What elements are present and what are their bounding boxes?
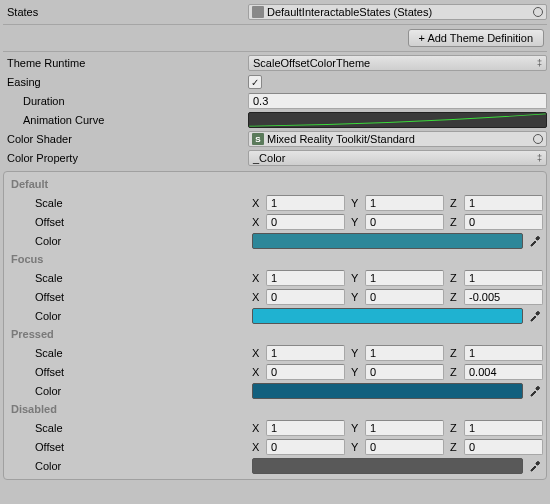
duration-input[interactable]: 0.3 <box>248 93 547 109</box>
color-swatch-focus[interactable] <box>252 308 523 324</box>
offset-x-input-disabled[interactable]: 0 <box>266 439 345 455</box>
color-shader-field[interactable]: S Mixed Reality Toolkit/Standard <box>248 131 547 147</box>
scale-z-input-default[interactable]: 1 <box>464 195 543 211</box>
axis-label-y: Y <box>351 216 365 228</box>
scale-x-input-pressed[interactable]: 1 <box>266 345 345 361</box>
state-header-default: Default <box>7 176 543 194</box>
scale-label: Scale <box>7 347 252 359</box>
color-swatch-default[interactable] <box>252 233 523 249</box>
scale-z-input-focus[interactable]: 1 <box>464 270 543 286</box>
axis-label-y: Y <box>351 441 365 453</box>
offset-z-input-disabled[interactable]: 0 <box>464 439 543 455</box>
object-picker-icon[interactable] <box>533 134 543 144</box>
axis-label-z: Z <box>450 197 464 209</box>
color-shader-label: Color Shader <box>3 133 248 145</box>
axis-label-x: X <box>252 216 266 228</box>
offset-y-input-default[interactable]: 0 <box>365 214 444 230</box>
theme-runtime-label: Theme Runtime <box>3 57 248 69</box>
scale-y-input-pressed[interactable]: 1 <box>365 345 444 361</box>
axis-label-z: Z <box>450 422 464 434</box>
axis-label-z: Z <box>450 366 464 378</box>
axis-label-x: X <box>252 422 266 434</box>
states-label: States <box>3 6 248 18</box>
state-header-focus: Focus <box>7 251 543 269</box>
animation-curve-field[interactable] <box>248 112 547 128</box>
scale-label: Scale <box>7 197 252 209</box>
shader-icon: S <box>252 133 264 145</box>
duration-label: Duration <box>3 95 248 107</box>
scale-x-input-focus[interactable]: 1 <box>266 270 345 286</box>
axis-label-x: X <box>252 291 266 303</box>
scale-label: Scale <box>7 272 252 284</box>
state-header-disabled: Disabled <box>7 401 543 419</box>
axis-label-z: Z <box>450 272 464 284</box>
scale-x-input-disabled[interactable]: 1 <box>266 420 345 436</box>
color-shader-value: Mixed Reality Toolkit/Standard <box>267 133 415 145</box>
axis-label-y: Y <box>351 366 365 378</box>
offset-label: Offset <box>7 441 252 453</box>
eyedropper-icon[interactable] <box>527 310 543 322</box>
color-swatch-disabled[interactable] <box>252 458 523 474</box>
offset-y-input-focus[interactable]: 0 <box>365 289 444 305</box>
axis-label-y: Y <box>351 291 365 303</box>
eyedropper-icon[interactable] <box>527 235 543 247</box>
scale-x-input-default[interactable]: 1 <box>266 195 345 211</box>
offset-x-input-default[interactable]: 0 <box>266 214 345 230</box>
axis-label-y: Y <box>351 347 365 359</box>
offset-label: Offset <box>7 291 252 303</box>
color-property-label: Color Property <box>3 152 248 164</box>
axis-label-z: Z <box>450 441 464 453</box>
axis-label-z: Z <box>450 347 464 359</box>
offset-y-input-disabled[interactable]: 0 <box>365 439 444 455</box>
object-picker-icon[interactable] <box>533 7 543 17</box>
axis-label-x: X <box>252 272 266 284</box>
easing-label: Easing <box>3 76 248 88</box>
axis-label-x: X <box>252 347 266 359</box>
color-property-dropdown[interactable]: _Color <box>248 150 547 166</box>
scale-y-input-default[interactable]: 1 <box>365 195 444 211</box>
eyedropper-icon[interactable] <box>527 385 543 397</box>
offset-y-input-pressed[interactable]: 0 <box>365 364 444 380</box>
color-label: Color <box>7 235 252 247</box>
offset-label: Offset <box>7 366 252 378</box>
animation-curve-label: Animation Curve <box>3 114 248 126</box>
offset-x-input-focus[interactable]: 0 <box>266 289 345 305</box>
axis-label-z: Z <box>450 291 464 303</box>
offset-z-input-default[interactable]: 0 <box>464 214 543 230</box>
easing-checkbox[interactable]: ✓ <box>248 75 262 89</box>
eyedropper-icon[interactable] <box>527 460 543 472</box>
states-object-value: DefaultInteractableStates (States) <box>267 6 432 18</box>
scale-z-input-disabled[interactable]: 1 <box>464 420 543 436</box>
scriptable-object-icon <box>252 6 264 18</box>
offset-x-input-pressed[interactable]: 0 <box>266 364 345 380</box>
states-object-field[interactable]: DefaultInteractableStates (States) <box>248 4 547 20</box>
axis-label-x: X <box>252 366 266 378</box>
color-label: Color <box>7 460 252 472</box>
scale-z-input-pressed[interactable]: 1 <box>464 345 543 361</box>
axis-label-x: X <box>252 441 266 453</box>
offset-z-input-pressed[interactable]: 0.004 <box>464 364 543 380</box>
scale-label: Scale <box>7 422 252 434</box>
axis-label-y: Y <box>351 422 365 434</box>
color-label: Color <box>7 385 252 397</box>
axis-label-y: Y <box>351 197 365 209</box>
scale-y-input-focus[interactable]: 1 <box>365 270 444 286</box>
state-header-pressed: Pressed <box>7 326 543 344</box>
offset-z-input-focus[interactable]: -0.005 <box>464 289 543 305</box>
color-label: Color <box>7 310 252 322</box>
scale-y-input-disabled[interactable]: 1 <box>365 420 444 436</box>
axis-label-y: Y <box>351 272 365 284</box>
offset-label: Offset <box>7 216 252 228</box>
color-swatch-pressed[interactable] <box>252 383 523 399</box>
add-theme-definition-button[interactable]: + Add Theme Definition <box>408 29 544 47</box>
axis-label-x: X <box>252 197 266 209</box>
axis-label-z: Z <box>450 216 464 228</box>
theme-runtime-dropdown[interactable]: ScaleOffsetColorTheme <box>248 55 547 71</box>
